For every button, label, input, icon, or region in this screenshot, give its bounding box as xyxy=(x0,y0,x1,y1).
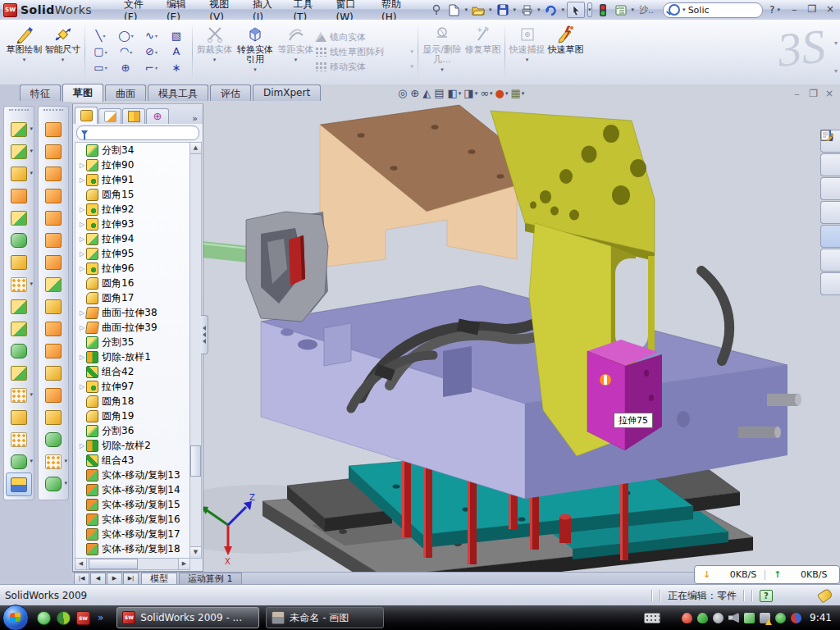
sketch-entity-button[interactable]: ∿ ▾ xyxy=(139,28,164,44)
new-document-icon[interactable] xyxy=(446,2,463,17)
doc-restore-button[interactable]: ❐ xyxy=(809,88,818,102)
feature-tool-button[interactable] xyxy=(4,229,34,251)
hud-view-icon[interactable]: ◎ xyxy=(398,87,408,99)
surface-tool-button[interactable] xyxy=(39,340,68,362)
surface-tool-button[interactable]: ▾ xyxy=(39,472,68,495)
rapid-sketch-button[interactable]: 快速草图 xyxy=(546,20,585,84)
toolbar-overflow[interactable]: 沙.. xyxy=(639,4,654,16)
tags-icon[interactable] xyxy=(817,587,833,603)
open-icon[interactable] xyxy=(470,2,486,17)
help-button[interactable]: ? xyxy=(769,4,774,16)
sketch-entity-button[interactable]: ╲ ▾ xyxy=(88,28,113,44)
sketch-entity-button[interactable]: ◠ ▾ xyxy=(113,43,139,60)
print-icon[interactable] xyxy=(518,2,535,17)
expand-arrow[interactable]: ▷ xyxy=(78,221,86,228)
stack-tool-button[interactable]: 线性草图阵列 ▾ xyxy=(315,46,415,58)
tab-feature-manager[interactable] xyxy=(75,107,98,124)
scroll-down-arrow[interactable]: ▼ xyxy=(190,546,201,558)
hud-view-icon[interactable]: ▦▾ xyxy=(510,87,524,99)
tree-filter-input[interactable] xyxy=(76,126,199,140)
taskbar-item-paint[interactable]: 未命名 - 画图 xyxy=(266,607,384,628)
tree-item[interactable]: ▷ 拉伸91 xyxy=(75,172,189,187)
tray-icon[interactable] xyxy=(728,613,739,623)
surface-tool-button[interactable] xyxy=(39,251,68,273)
feature-tool-button[interactable] xyxy=(4,251,34,273)
search-box[interactable]: ▾ xyxy=(663,2,763,18)
tree-item[interactable]: ▷ 切除-放样2 xyxy=(75,438,189,453)
feature-tool-button[interactable]: ▾ xyxy=(4,118,34,140)
tray-icon[interactable] xyxy=(713,613,724,623)
surface-tool-button[interactable] xyxy=(39,229,68,251)
tree-item[interactable]: 圆角15 xyxy=(75,187,189,202)
start-button[interactable] xyxy=(2,605,29,630)
surface-tool-button[interactable] xyxy=(39,185,68,207)
ribbon-overflow-bottom[interactable]: ▾ xyxy=(834,67,838,75)
doc-minimize-button[interactable]: － xyxy=(792,88,801,102)
tab-appearances-scenes[interactable] xyxy=(820,249,840,272)
sketch-entity-button[interactable]: ⊘ ▾ xyxy=(139,43,164,60)
expand-arrow[interactable]: ▷ xyxy=(78,176,86,184)
smart-dimension-button[interactable]: 智能尺寸 ▾ xyxy=(43,20,82,84)
feature-tool-button[interactable] xyxy=(4,295,34,317)
toolbar-drag-handle[interactable] xyxy=(9,109,29,116)
scroll-up-arrow[interactable]: ▲ xyxy=(190,143,201,154)
surface-tool-button[interactable]: ▾ xyxy=(39,450,68,472)
tree-item[interactable]: 分割35 xyxy=(75,335,189,349)
hud-view-icon[interactable]: ▤ xyxy=(434,87,445,99)
antivirus-icon[interactable] xyxy=(57,611,71,625)
tree-item[interactable]: 实体-移动/复制17 xyxy=(75,527,189,541)
part-insert-assembly[interactable] xyxy=(194,212,328,322)
tree-item[interactable]: ▷ 拉伸95 xyxy=(75,246,189,261)
tree-item[interactable]: ▷ 拉伸97 xyxy=(75,379,189,394)
tray-icon[interactable] xyxy=(744,613,755,623)
ribbon-overflow-top[interactable]: ▾ xyxy=(834,39,838,47)
tray-icon[interactable] xyxy=(791,613,801,623)
stack-tool-button[interactable]: 移动实体 ▾ xyxy=(315,61,415,73)
convert-entities-button[interactable]: 转换实体引用 ▾ xyxy=(234,20,276,84)
hud-view-icon[interactable]: ◨▾ xyxy=(463,87,477,99)
options-checklist-icon[interactable] xyxy=(613,2,629,17)
expand-arrow[interactable]: ▷ xyxy=(78,206,86,213)
tree-item[interactable]: 实体-移动/复制14 xyxy=(75,482,189,497)
surface-tool-button[interactable] xyxy=(39,428,68,450)
tree-item[interactable]: 分割34 xyxy=(75,143,189,158)
scroll-left-arrow[interactable]: ◀ xyxy=(75,559,87,569)
tray-icon[interactable] xyxy=(682,613,692,623)
tab-design-library[interactable] xyxy=(820,153,840,176)
surface-tool-button[interactable] xyxy=(39,317,68,340)
tab-configuration-manager[interactable] xyxy=(122,108,145,124)
expand-arrow[interactable]: ▷ xyxy=(78,235,86,243)
tree-item[interactable]: 实体-移动/复制13 xyxy=(75,468,189,482)
doc-close-button[interactable]: × xyxy=(825,88,833,102)
sketch-entity-button[interactable]: ⊕ xyxy=(113,60,139,76)
sketch-entity-button[interactable]: ▧ xyxy=(164,28,189,44)
tab-file-explorer[interactable] xyxy=(820,177,840,200)
tree-item[interactable]: 实体-移动/复制18 xyxy=(75,541,189,556)
feature-tool-button[interactable] xyxy=(4,185,34,207)
search-input[interactable] xyxy=(687,4,739,16)
hud-view-icon[interactable]: ∞▾ xyxy=(480,87,492,99)
tree-item[interactable]: 组合43 xyxy=(75,453,189,468)
sketch-entity-button[interactable]: ∗ xyxy=(164,60,189,76)
messenger-icon[interactable] xyxy=(37,611,51,625)
quick-snaps-button[interactable]: 快速捕捉 ▾ xyxy=(508,20,546,84)
save-icon[interactable] xyxy=(495,2,511,17)
feature-tool-button[interactable]: ▾ xyxy=(4,140,34,162)
feature-tool-button[interactable] xyxy=(4,317,34,340)
command-tab[interactable]: 模具工具 xyxy=(148,84,208,101)
toolbar-drag-handle[interactable] xyxy=(43,109,63,116)
expand-arrow[interactable]: ▷ xyxy=(78,383,86,390)
quick-tips-icon[interactable]: ? xyxy=(760,590,773,602)
tree-item[interactable]: ▷ 拉伸92 xyxy=(75,202,189,217)
tab-nav-button[interactable]: ▶ xyxy=(107,573,122,585)
surface-tool-button[interactable] xyxy=(39,406,68,428)
tab-view-palette[interactable] xyxy=(820,225,840,248)
feature-tool-button[interactable]: ▾ xyxy=(4,450,34,472)
clock[interactable]: 9:41 xyxy=(810,612,832,623)
feature-tool-button[interactable]: ▾ xyxy=(4,162,34,185)
sketch-entity-button[interactable]: ▢ ▾ xyxy=(88,43,113,60)
model-tab[interactable]: 模型 xyxy=(141,573,177,585)
sketch-entity-button[interactable]: ◯ ▾ xyxy=(113,28,139,44)
tree-item[interactable]: ▷ 曲面-拉伸39 xyxy=(75,320,189,335)
tab-property-manager[interactable] xyxy=(98,108,121,124)
